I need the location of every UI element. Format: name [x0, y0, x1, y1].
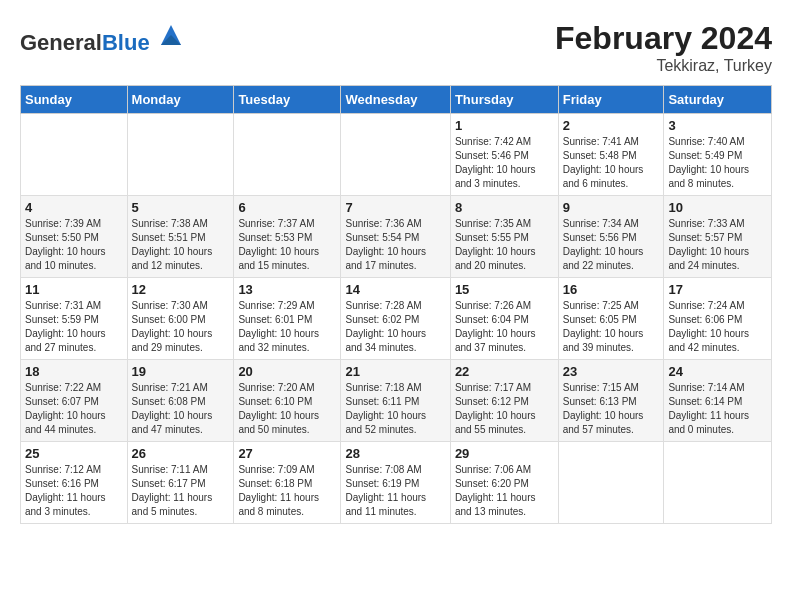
- calendar-cell: 10Sunrise: 7:33 AM Sunset: 5:57 PM Dayli…: [664, 196, 772, 278]
- calendar-cell: 16Sunrise: 7:25 AM Sunset: 6:05 PM Dayli…: [558, 278, 664, 360]
- calendar-cell: 29Sunrise: 7:06 AM Sunset: 6:20 PM Dayli…: [450, 442, 558, 524]
- day-number: 8: [455, 200, 554, 215]
- calendar-cell: 23Sunrise: 7:15 AM Sunset: 6:13 PM Dayli…: [558, 360, 664, 442]
- day-info: Sunrise: 7:31 AM Sunset: 5:59 PM Dayligh…: [25, 299, 123, 355]
- day-info: Sunrise: 7:22 AM Sunset: 6:07 PM Dayligh…: [25, 381, 123, 437]
- day-number: 12: [132, 282, 230, 297]
- header-row: SundayMondayTuesdayWednesdayThursdayFrid…: [21, 86, 772, 114]
- day-info: Sunrise: 7:08 AM Sunset: 6:19 PM Dayligh…: [345, 463, 445, 519]
- day-info: Sunrise: 7:28 AM Sunset: 6:02 PM Dayligh…: [345, 299, 445, 355]
- calendar-cell: 11Sunrise: 7:31 AM Sunset: 5:59 PM Dayli…: [21, 278, 128, 360]
- logo-general: General: [20, 30, 102, 55]
- calendar-cell: [127, 114, 234, 196]
- calendar-cell: 22Sunrise: 7:17 AM Sunset: 6:12 PM Dayli…: [450, 360, 558, 442]
- day-info: Sunrise: 7:39 AM Sunset: 5:50 PM Dayligh…: [25, 217, 123, 273]
- day-info: Sunrise: 7:37 AM Sunset: 5:53 PM Dayligh…: [238, 217, 336, 273]
- calendar-cell: 25Sunrise: 7:12 AM Sunset: 6:16 PM Dayli…: [21, 442, 128, 524]
- column-header-tuesday: Tuesday: [234, 86, 341, 114]
- day-number: 28: [345, 446, 445, 461]
- calendar-cell: 9Sunrise: 7:34 AM Sunset: 5:56 PM Daylig…: [558, 196, 664, 278]
- calendar-cell: [558, 442, 664, 524]
- logo-text: GeneralBlue: [20, 20, 186, 56]
- calendar-cell: 21Sunrise: 7:18 AM Sunset: 6:11 PM Dayli…: [341, 360, 450, 442]
- week-row-1: 1Sunrise: 7:42 AM Sunset: 5:46 PM Daylig…: [21, 114, 772, 196]
- calendar-cell: 3Sunrise: 7:40 AM Sunset: 5:49 PM Daylig…: [664, 114, 772, 196]
- day-number: 18: [25, 364, 123, 379]
- day-info: Sunrise: 7:29 AM Sunset: 6:01 PM Dayligh…: [238, 299, 336, 355]
- calendar-cell: 18Sunrise: 7:22 AM Sunset: 6:07 PM Dayli…: [21, 360, 128, 442]
- day-number: 5: [132, 200, 230, 215]
- day-number: 11: [25, 282, 123, 297]
- day-info: Sunrise: 7:18 AM Sunset: 6:11 PM Dayligh…: [345, 381, 445, 437]
- day-number: 24: [668, 364, 767, 379]
- day-info: Sunrise: 7:11 AM Sunset: 6:17 PM Dayligh…: [132, 463, 230, 519]
- week-row-4: 18Sunrise: 7:22 AM Sunset: 6:07 PM Dayli…: [21, 360, 772, 442]
- calendar-cell: 19Sunrise: 7:21 AM Sunset: 6:08 PM Dayli…: [127, 360, 234, 442]
- calendar-cell: 6Sunrise: 7:37 AM Sunset: 5:53 PM Daylig…: [234, 196, 341, 278]
- day-info: Sunrise: 7:42 AM Sunset: 5:46 PM Dayligh…: [455, 135, 554, 191]
- day-info: Sunrise: 7:33 AM Sunset: 5:57 PM Dayligh…: [668, 217, 767, 273]
- day-number: 20: [238, 364, 336, 379]
- location-subtitle: Tekkiraz, Turkey: [555, 57, 772, 75]
- calendar-cell: 26Sunrise: 7:11 AM Sunset: 6:17 PM Dayli…: [127, 442, 234, 524]
- calendar-table: SundayMondayTuesdayWednesdayThursdayFrid…: [20, 85, 772, 524]
- day-info: Sunrise: 7:25 AM Sunset: 6:05 PM Dayligh…: [563, 299, 660, 355]
- calendar-cell: [664, 442, 772, 524]
- calendar-cell: 24Sunrise: 7:14 AM Sunset: 6:14 PM Dayli…: [664, 360, 772, 442]
- day-info: Sunrise: 7:14 AM Sunset: 6:14 PM Dayligh…: [668, 381, 767, 437]
- day-info: Sunrise: 7:41 AM Sunset: 5:48 PM Dayligh…: [563, 135, 660, 191]
- calendar-cell: 28Sunrise: 7:08 AM Sunset: 6:19 PM Dayli…: [341, 442, 450, 524]
- calendar-cell: 12Sunrise: 7:30 AM Sunset: 6:00 PM Dayli…: [127, 278, 234, 360]
- column-header-monday: Monday: [127, 86, 234, 114]
- logo-icon: [156, 20, 186, 50]
- day-number: 4: [25, 200, 123, 215]
- day-info: Sunrise: 7:17 AM Sunset: 6:12 PM Dayligh…: [455, 381, 554, 437]
- day-info: Sunrise: 7:36 AM Sunset: 5:54 PM Dayligh…: [345, 217, 445, 273]
- calendar-cell: [234, 114, 341, 196]
- page-header: GeneralBlue February 2024 Tekkiraz, Turk…: [20, 20, 772, 75]
- title-block: February 2024 Tekkiraz, Turkey: [555, 20, 772, 75]
- column-header-friday: Friday: [558, 86, 664, 114]
- day-info: Sunrise: 7:20 AM Sunset: 6:10 PM Dayligh…: [238, 381, 336, 437]
- day-number: 6: [238, 200, 336, 215]
- week-row-2: 4Sunrise: 7:39 AM Sunset: 5:50 PM Daylig…: [21, 196, 772, 278]
- calendar-cell: 5Sunrise: 7:38 AM Sunset: 5:51 PM Daylig…: [127, 196, 234, 278]
- day-info: Sunrise: 7:34 AM Sunset: 5:56 PM Dayligh…: [563, 217, 660, 273]
- day-info: Sunrise: 7:24 AM Sunset: 6:06 PM Dayligh…: [668, 299, 767, 355]
- calendar-cell: 20Sunrise: 7:20 AM Sunset: 6:10 PM Dayli…: [234, 360, 341, 442]
- column-header-saturday: Saturday: [664, 86, 772, 114]
- day-number: 19: [132, 364, 230, 379]
- day-info: Sunrise: 7:40 AM Sunset: 5:49 PM Dayligh…: [668, 135, 767, 191]
- calendar-cell: [21, 114, 128, 196]
- calendar-cell: 13Sunrise: 7:29 AM Sunset: 6:01 PM Dayli…: [234, 278, 341, 360]
- day-info: Sunrise: 7:26 AM Sunset: 6:04 PM Dayligh…: [455, 299, 554, 355]
- day-number: 7: [345, 200, 445, 215]
- day-info: Sunrise: 7:38 AM Sunset: 5:51 PM Dayligh…: [132, 217, 230, 273]
- week-row-5: 25Sunrise: 7:12 AM Sunset: 6:16 PM Dayli…: [21, 442, 772, 524]
- day-number: 9: [563, 200, 660, 215]
- calendar-cell: 17Sunrise: 7:24 AM Sunset: 6:06 PM Dayli…: [664, 278, 772, 360]
- day-number: 15: [455, 282, 554, 297]
- day-number: 25: [25, 446, 123, 461]
- day-number: 17: [668, 282, 767, 297]
- logo-blue: Blue: [102, 30, 150, 55]
- calendar-cell: 15Sunrise: 7:26 AM Sunset: 6:04 PM Dayli…: [450, 278, 558, 360]
- day-number: 16: [563, 282, 660, 297]
- logo: GeneralBlue: [20, 20, 186, 56]
- calendar-cell: 2Sunrise: 7:41 AM Sunset: 5:48 PM Daylig…: [558, 114, 664, 196]
- day-number: 29: [455, 446, 554, 461]
- calendar-cell: [341, 114, 450, 196]
- column-header-sunday: Sunday: [21, 86, 128, 114]
- week-row-3: 11Sunrise: 7:31 AM Sunset: 5:59 PM Dayli…: [21, 278, 772, 360]
- calendar-cell: 7Sunrise: 7:36 AM Sunset: 5:54 PM Daylig…: [341, 196, 450, 278]
- day-number: 10: [668, 200, 767, 215]
- calendar-cell: 8Sunrise: 7:35 AM Sunset: 5:55 PM Daylig…: [450, 196, 558, 278]
- day-number: 13: [238, 282, 336, 297]
- calendar-cell: 4Sunrise: 7:39 AM Sunset: 5:50 PM Daylig…: [21, 196, 128, 278]
- calendar-cell: 27Sunrise: 7:09 AM Sunset: 6:18 PM Dayli…: [234, 442, 341, 524]
- day-number: 22: [455, 364, 554, 379]
- calendar-cell: 1Sunrise: 7:42 AM Sunset: 5:46 PM Daylig…: [450, 114, 558, 196]
- day-number: 23: [563, 364, 660, 379]
- column-header-wednesday: Wednesday: [341, 86, 450, 114]
- day-info: Sunrise: 7:06 AM Sunset: 6:20 PM Dayligh…: [455, 463, 554, 519]
